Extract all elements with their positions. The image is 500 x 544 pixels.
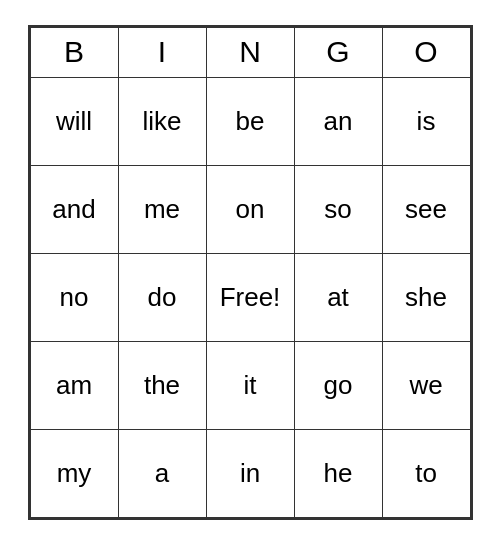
header-g: G — [294, 27, 382, 77]
cell-r2-c4: she — [382, 253, 470, 341]
cell-r3-c2: it — [206, 341, 294, 429]
cell-r4-c0: my — [30, 429, 118, 517]
bingo-table: B I N G O willlikebeanisandmeonsoseenodo… — [30, 27, 471, 518]
header-i: I — [118, 27, 206, 77]
cell-r2-c3: at — [294, 253, 382, 341]
table-row: myainheto — [30, 429, 470, 517]
bingo-card: B I N G O willlikebeanisandmeonsoseenodo… — [28, 25, 473, 520]
cell-r1-c1: me — [118, 165, 206, 253]
cell-r4-c3: he — [294, 429, 382, 517]
cell-r3-c4: we — [382, 341, 470, 429]
cell-r1-c3: so — [294, 165, 382, 253]
table-row: amtheitgowe — [30, 341, 470, 429]
cell-r1-c0: and — [30, 165, 118, 253]
cell-r3-c1: the — [118, 341, 206, 429]
cell-r4-c1: a — [118, 429, 206, 517]
cell-r1-c4: see — [382, 165, 470, 253]
cell-r1-c2: on — [206, 165, 294, 253]
cell-r3-c0: am — [30, 341, 118, 429]
cell-r2-c1: do — [118, 253, 206, 341]
header-o: O — [382, 27, 470, 77]
table-row: andmeonsosee — [30, 165, 470, 253]
cell-r0-c3: an — [294, 77, 382, 165]
cell-r0-c2: be — [206, 77, 294, 165]
cell-r3-c3: go — [294, 341, 382, 429]
table-row: nodoFree!atshe — [30, 253, 470, 341]
header-b: B — [30, 27, 118, 77]
header-n: N — [206, 27, 294, 77]
cell-r2-c0: no — [30, 253, 118, 341]
header-row: B I N G O — [30, 27, 470, 77]
cell-r4-c4: to — [382, 429, 470, 517]
table-row: willlikebeanis — [30, 77, 470, 165]
cell-r2-c2: Free! — [206, 253, 294, 341]
cell-r0-c0: will — [30, 77, 118, 165]
cell-r0-c1: like — [118, 77, 206, 165]
cell-r4-c2: in — [206, 429, 294, 517]
cell-r0-c4: is — [382, 77, 470, 165]
